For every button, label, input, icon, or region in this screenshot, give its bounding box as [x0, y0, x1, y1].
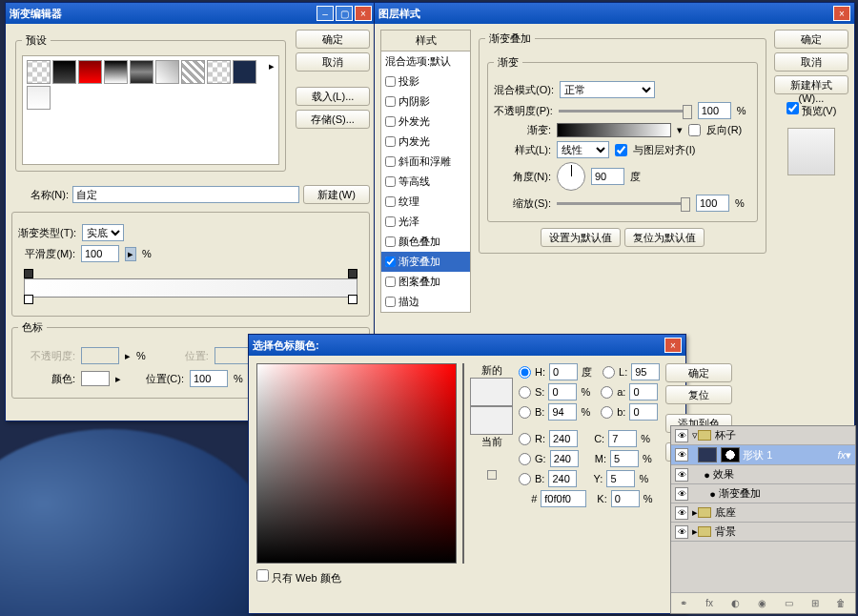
style-checkbox[interactable] [385, 297, 396, 307]
swatch[interactable] [78, 60, 102, 84]
maximize-icon[interactable]: ▢ [336, 6, 353, 21]
layer-group[interactable]: 👁▸背景 [671, 523, 855, 542]
swatch[interactable] [207, 60, 231, 84]
ok-button[interactable]: 确定 [665, 363, 732, 382]
new-layer-icon[interactable]: ⊞ [811, 598, 819, 608]
effect-item[interactable]: 👁 ● 渐变叠加 [671, 484, 855, 503]
swatch[interactable] [155, 60, 179, 84]
style-item[interactable]: 等高线 [381, 172, 470, 192]
ok-button[interactable]: 确定 [296, 30, 370, 49]
k-input[interactable] [611, 490, 640, 507]
styles-header[interactable]: 样式 [381, 31, 470, 51]
l-input[interactable] [631, 363, 660, 380]
style-checkbox[interactable] [385, 216, 396, 227]
style-checkbox[interactable] [385, 257, 396, 267]
swatch[interactable] [130, 60, 153, 84]
cancel-button[interactable]: 取消 [774, 52, 848, 72]
mask-icon[interactable]: ◐ [731, 598, 740, 608]
style-item[interactable]: 外发光 [381, 112, 470, 132]
align-checkbox[interactable] [615, 144, 627, 156]
preview-checkbox[interactable] [786, 102, 799, 114]
style-checkbox[interactable] [385, 156, 396, 167]
style-item[interactable]: 投影 [381, 72, 470, 92]
new-style-button[interactable]: 新建样式(W)... [774, 75, 848, 94]
flyout-icon[interactable]: ▸ [269, 60, 275, 72]
reset-button[interactable]: 复位 [665, 385, 732, 404]
color-chip[interactable] [81, 371, 110, 386]
preset-grid[interactable]: ▸ [22, 55, 279, 165]
style-checkbox[interactable] [385, 116, 396, 127]
effects-row[interactable]: 👁 ● 效果 [671, 465, 855, 484]
style-checkbox[interactable] [385, 96, 396, 107]
style-item[interactable]: 描边 [381, 292, 470, 312]
web-only-checkbox[interactable] [256, 569, 269, 582]
a-radio[interactable] [601, 386, 613, 399]
opacity-input[interactable] [698, 102, 731, 119]
h-input[interactable] [549, 363, 578, 380]
minimize-icon[interactable]: – [317, 6, 334, 21]
load-button[interactable]: 载入(L)... [296, 87, 370, 106]
dropdown-icon[interactable]: ▸ [125, 247, 136, 261]
group-icon[interactable]: ▭ [785, 598, 793, 608]
style-item[interactable]: 斜面和浮雕 [381, 152, 470, 172]
link-icon[interactable]: ⚭ [680, 598, 687, 608]
gradient-preview[interactable] [557, 123, 671, 137]
bl-radio[interactable] [519, 473, 531, 485]
g-radio[interactable] [519, 453, 531, 465]
b2-input[interactable] [629, 403, 658, 421]
style-checkbox[interactable] [385, 277, 396, 287]
ok-button[interactable]: 确定 [774, 30, 848, 49]
reverse-checkbox[interactable] [688, 124, 701, 136]
blend-mode-select[interactable]: 正常 [560, 81, 655, 98]
title-bar[interactable]: 图层样式 × [375, 3, 854, 24]
title-bar[interactable]: 选择色标颜色: × [249, 335, 685, 356]
name-input[interactable] [72, 186, 299, 203]
fill-icon[interactable]: ◉ [758, 598, 766, 608]
style-checkbox[interactable] [385, 76, 396, 87]
smooth-input[interactable] [81, 245, 119, 262]
b2-radio[interactable] [601, 406, 613, 419]
gamut-warning-icon[interactable] [487, 470, 497, 480]
layer-group[interactable]: 👁▸底座 [671, 503, 855, 523]
type-select[interactable]: 实底 [82, 224, 124, 241]
h-radio[interactable] [519, 366, 531, 379]
swatch[interactable] [233, 60, 256, 84]
mask-thumb[interactable] [721, 447, 740, 462]
b-input[interactable] [548, 403, 577, 421]
visibility-icon[interactable]: 👁 [675, 468, 688, 482]
position-input[interactable] [190, 370, 228, 387]
style-checkbox[interactable] [385, 196, 396, 207]
style-checkbox[interactable] [385, 136, 396, 147]
swatch[interactable] [52, 60, 76, 84]
style-item[interactable]: 内阴影 [381, 92, 470, 112]
scale-input[interactable] [696, 195, 729, 212]
c-input[interactable] [608, 430, 637, 447]
r-radio[interactable] [519, 433, 531, 445]
a-input[interactable] [629, 383, 658, 400]
s-radio[interactable] [519, 386, 531, 399]
swatch[interactable] [27, 86, 51, 110]
cancel-button[interactable]: 取消 [296, 52, 370, 72]
new-button[interactable]: 新建(W) [303, 185, 370, 204]
opacity-slider[interactable] [559, 110, 692, 113]
dropdown-icon[interactable]: ▾ [677, 124, 683, 136]
close-icon[interactable]: × [355, 6, 372, 21]
color-field[interactable] [256, 363, 457, 564]
l-radio[interactable] [603, 366, 615, 379]
y-input[interactable] [606, 470, 635, 487]
g-input[interactable] [550, 450, 579, 467]
visibility-icon[interactable]: 👁 [675, 506, 688, 520]
style-item[interactable]: 光泽 [381, 212, 470, 232]
visibility-icon[interactable]: 👁 [675, 448, 688, 462]
style-select[interactable]: 线性 [557, 141, 609, 158]
style-item[interactable]: 内发光 [381, 132, 470, 152]
trash-icon[interactable]: 🗑 [836, 598, 846, 608]
bl-input[interactable] [548, 470, 577, 487]
set-default-button[interactable]: 设置为默认值 [541, 228, 621, 247]
blend-options[interactable]: 混合选项:默认 [381, 51, 470, 72]
style-item[interactable]: 渐变叠加 [381, 252, 470, 272]
b-radio[interactable] [519, 406, 531, 419]
visibility-icon[interactable]: 👁 [675, 429, 688, 442]
style-checkbox[interactable] [385, 176, 396, 187]
reset-default-button[interactable]: 复位为默认值 [624, 228, 705, 247]
